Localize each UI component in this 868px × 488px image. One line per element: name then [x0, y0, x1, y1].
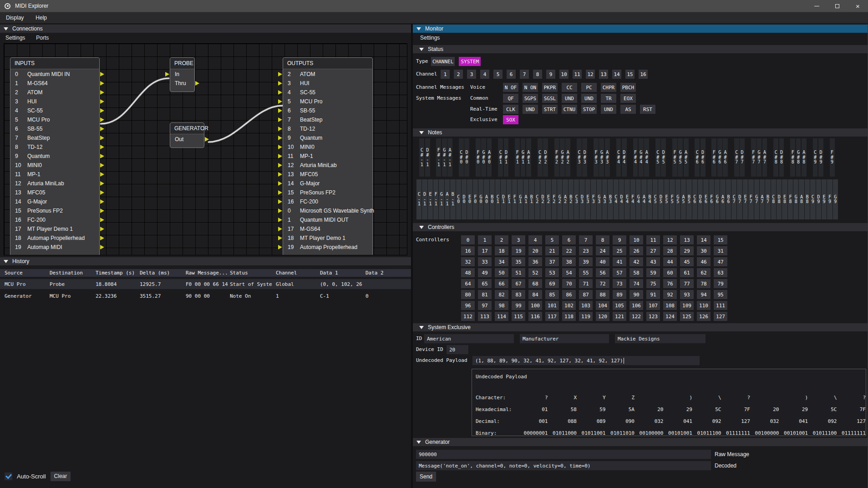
- black-key-fs8[interactable]: F # 8: [790, 138, 795, 177]
- controller-23[interactable]: 23: [579, 246, 593, 255]
- controller-125[interactable]: 125: [680, 312, 694, 321]
- controller-2[interactable]: 2: [495, 235, 508, 244]
- white-key-c-1[interactable]: C - 1: [416, 179, 421, 219]
- controller-96[interactable]: 96: [461, 301, 475, 310]
- controller-105[interactable]: 105: [613, 301, 626, 310]
- controller-70[interactable]: 70: [562, 279, 576, 288]
- controller-93[interactable]: 93: [680, 290, 694, 299]
- clear-button[interactable]: Clear: [51, 472, 71, 481]
- probe-thru-pin-icon[interactable]: [195, 81, 199, 86]
- black-key-cs4[interactable]: C # 4: [616, 138, 621, 177]
- controller-127[interactable]: 127: [714, 312, 727, 321]
- controller-107[interactable]: 107: [646, 301, 660, 310]
- controller-19[interactable]: 19: [512, 246, 525, 255]
- white-key-b4[interactable]: B 4: [647, 179, 652, 219]
- white-key-a3[interactable]: A 3: [602, 179, 607, 219]
- controller-47[interactable]: 47: [714, 257, 727, 266]
- white-key-a2[interactable]: A 2: [563, 179, 568, 219]
- port-pin-icon[interactable]: [278, 199, 282, 204]
- controller-49[interactable]: 49: [478, 268, 492, 277]
- black-key-as8[interactable]: A # 8: [802, 138, 807, 177]
- controller-39[interactable]: 39: [579, 257, 593, 266]
- white-key-b7[interactable]: B 7: [765, 179, 770, 219]
- port-pin-icon[interactable]: [278, 245, 282, 249]
- black-key-fs4[interactable]: F # 4: [633, 138, 638, 177]
- controller-98[interactable]: 98: [495, 301, 508, 310]
- node-editor-canvas[interactable]: INPUTS 0Quantum MIDI IN1M-GS642ATOM3HUI4…: [4, 43, 407, 255]
- btn-sgsl[interactable]: SGSL: [542, 94, 558, 103]
- inputs-node[interactable]: INPUTS 0Quantum MIDI IN1M-GS642ATOM3HUI4…: [10, 57, 100, 255]
- btn-clk[interactable]: CLK: [503, 105, 518, 114]
- controller-75[interactable]: 75: [646, 279, 660, 288]
- controller-50[interactable]: 50: [495, 268, 508, 277]
- controller-20[interactable]: 20: [528, 246, 542, 255]
- controller-102[interactable]: 102: [562, 301, 576, 310]
- btn-n-of[interactable]: N OF: [503, 83, 518, 92]
- port-pin-icon[interactable]: [278, 172, 282, 177]
- controller-41[interactable]: 41: [613, 257, 626, 266]
- btn-eox[interactable]: EOX: [620, 94, 636, 103]
- controller-22[interactable]: 22: [562, 246, 576, 255]
- white-key-d6[interactable]: D 6: [698, 179, 703, 219]
- btn-as[interactable]: AS: [620, 105, 636, 114]
- black-key-fs-1[interactable]: F # - 1: [436, 138, 441, 177]
- controller-101[interactable]: 101: [545, 301, 559, 310]
- btn-qf[interactable]: QF: [503, 94, 518, 103]
- black-key-gs3[interactable]: G # 3: [599, 138, 604, 177]
- btn-strt[interactable]: STRT: [542, 105, 558, 114]
- black-key-cs1[interactable]: C # 1: [498, 138, 503, 177]
- controller-18[interactable]: 18: [495, 246, 508, 255]
- white-key-e1[interactable]: E 1: [507, 179, 512, 219]
- controller-99[interactable]: 99: [512, 301, 525, 310]
- btn-pkpr[interactable]: PKPR: [542, 83, 558, 92]
- black-key-cs9[interactable]: C # 9: [813, 138, 818, 177]
- white-key-g6[interactable]: G 6: [715, 179, 720, 219]
- controller-48[interactable]: 48: [461, 268, 475, 277]
- port-pin-icon[interactable]: [100, 236, 104, 240]
- controller-120[interactable]: 120: [596, 312, 609, 321]
- white-key-f8[interactable]: F 8: [788, 179, 793, 219]
- port-pin-icon[interactable]: [100, 136, 104, 140]
- port-pin-icon[interactable]: [100, 127, 104, 131]
- black-key-as3[interactable]: A # 3: [605, 138, 610, 177]
- controller-66[interactable]: 66: [495, 279, 508, 288]
- white-key-c9[interactable]: C 9: [810, 179, 815, 219]
- controller-108[interactable]: 108: [663, 301, 677, 310]
- black-key-gs2[interactable]: G # 2: [560, 138, 565, 177]
- generator-node-title[interactable]: GENERATOR: [170, 123, 204, 134]
- port-pin-icon[interactable]: [278, 117, 282, 122]
- controller-16[interactable]: 16: [461, 246, 475, 255]
- controller-58[interactable]: 58: [629, 268, 643, 277]
- port-pin-icon[interactable]: [278, 81, 282, 86]
- probe-node[interactable]: PROBE In Thru: [170, 57, 195, 92]
- controller-76[interactable]: 76: [663, 279, 677, 288]
- port-pin-icon[interactable]: [278, 90, 282, 95]
- controller-40[interactable]: 40: [596, 257, 609, 266]
- history-column-header[interactable]: SourceDestinationTimestamp (s)Delta (ms)…: [0, 269, 411, 277]
- decoded-field[interactable]: Message('note_on', channel=0, note=0, ve…: [416, 461, 711, 470]
- controller-53[interactable]: 53: [545, 268, 559, 277]
- minimize-button[interactable]: [807, 0, 827, 12]
- port-pin-icon[interactable]: [278, 227, 282, 231]
- white-key-a4[interactable]: A 4: [641, 179, 646, 219]
- title-bar[interactable]: MIDI Explorer ×: [0, 0, 868, 12]
- send-button[interactable]: Send: [416, 472, 436, 482]
- controller-32[interactable]: 32: [461, 257, 475, 266]
- controller-63[interactable]: 63: [714, 268, 727, 277]
- btn-12[interactable]: 12: [586, 70, 595, 79]
- white-key-e4[interactable]: E 4: [624, 179, 629, 219]
- controller-78[interactable]: 78: [697, 279, 711, 288]
- black-key-cs7[interactable]: C # 7: [734, 138, 739, 177]
- port-pin-icon[interactable]: [278, 108, 282, 113]
- controller-82[interactable]: 82: [495, 290, 508, 299]
- black-key-as0[interactable]: A # 0: [487, 138, 492, 177]
- port-pin-icon[interactable]: [100, 108, 104, 113]
- white-key-d2[interactable]: D 2: [540, 179, 545, 219]
- controller-109[interactable]: 109: [680, 301, 694, 310]
- black-key-gs8[interactable]: G # 8: [796, 138, 801, 177]
- controller-31[interactable]: 31: [714, 246, 727, 255]
- black-key-cs-1[interactable]: C # - 1: [419, 138, 424, 177]
- white-key-a-1[interactable]: A - 1: [445, 179, 450, 219]
- port-pin-icon[interactable]: [278, 218, 282, 222]
- controller-80[interactable]: 80: [461, 290, 475, 299]
